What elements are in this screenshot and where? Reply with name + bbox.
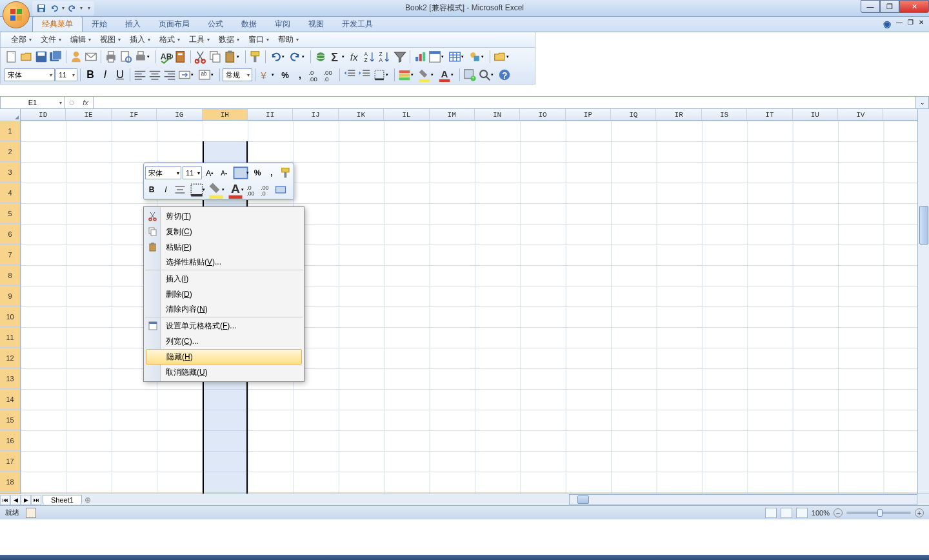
- view-pagebreak-icon[interactable]: [796, 508, 808, 518]
- mini-bold-button[interactable]: B: [145, 183, 158, 196]
- office-button[interactable]: [3, 1, 30, 28]
- mini-grow-font-icon[interactable]: A▴: [203, 166, 216, 179]
- tab-nav-prev[interactable]: ◀: [10, 495, 21, 505]
- open-icon[interactable]: [19, 50, 34, 64]
- row-header[interactable]: 15: [0, 410, 20, 430]
- menu-view[interactable]: 视图: [96, 33, 125, 46]
- mini-borders-icon[interactable]: [188, 183, 206, 196]
- row-header[interactable]: 13: [0, 368, 20, 389]
- mini-shrink-font-icon[interactable]: A▾: [217, 166, 230, 179]
- align-right-icon[interactable]: [163, 68, 177, 82]
- row-header[interactable]: 6: [0, 224, 20, 245]
- mini-decrease-decimal-icon[interactable]: .00.0: [260, 183, 273, 196]
- menu-file[interactable]: 文件: [37, 33, 65, 46]
- row-header[interactable]: 17: [0, 451, 20, 472]
- tab-review[interactable]: 审阅: [266, 17, 299, 32]
- row-header[interactable]: 7: [0, 245, 20, 265]
- mini-merge-icon[interactable]: [274, 183, 287, 196]
- formula-bar-expand[interactable]: ⌄: [915, 97, 928, 108]
- menu-window[interactable]: 窗口: [245, 33, 273, 46]
- column-header[interactable]: IE: [66, 109, 111, 120]
- merge-icon[interactable]: [177, 68, 192, 82]
- column-header[interactable]: IP: [566, 109, 611, 120]
- zoom-in-icon[interactable]: +: [915, 508, 924, 517]
- number-format-combo[interactable]: 常规: [223, 68, 252, 81]
- maximize-button[interactable]: ❐: [880, 0, 899, 13]
- tab-developer[interactable]: 开发工具: [333, 17, 382, 32]
- redo-dropdown[interactable]: ▾: [80, 5, 83, 11]
- zoom-icon[interactable]: [477, 68, 492, 82]
- sheet-tab[interactable]: Sheet1: [43, 495, 82, 505]
- row-header[interactable]: 12: [0, 348, 20, 368]
- increase-decimal-icon[interactable]: .0.00: [308, 68, 322, 82]
- column-header[interactable]: IL: [384, 109, 429, 120]
- research-icon[interactable]: [174, 50, 188, 64]
- bold-button[interactable]: B: [83, 68, 97, 82]
- context-menu-item[interactable]: 复制(C): [145, 224, 303, 239]
- conditional-format-icon[interactable]: [397, 68, 412, 82]
- column-header[interactable]: IO: [520, 109, 565, 120]
- sort-desc-icon[interactable]: ZA: [378, 50, 392, 64]
- row-header[interactable]: 14: [0, 389, 20, 410]
- ribbon-minimize-icon[interactable]: —: [896, 19, 903, 29]
- row-header[interactable]: 1: [0, 121, 20, 141]
- row-header[interactable]: 18: [0, 472, 20, 492]
- fx-cancel-icon[interactable]: ○: [65, 97, 78, 108]
- column-header[interactable]: IK: [339, 109, 384, 120]
- mini-italic-button[interactable]: I: [159, 183, 172, 196]
- qat-customize[interactable]: ▾: [88, 5, 90, 11]
- tab-insert[interactable]: 插入: [116, 17, 150, 32]
- pivot-icon[interactable]: [428, 50, 442, 64]
- cut-icon[interactable]: [194, 50, 208, 64]
- help-icon[interactable]: ◉: [883, 19, 891, 29]
- tab-home[interactable]: 开始: [83, 17, 116, 32]
- menu-all[interactable]: 全部: [7, 33, 35, 46]
- column-header[interactable]: IQ: [611, 109, 656, 120]
- close-button[interactable]: ✕: [899, 0, 929, 13]
- menu-help[interactable]: 帮助: [274, 33, 303, 46]
- column-header[interactable]: IR: [656, 109, 701, 120]
- menu-data[interactable]: 数据: [215, 33, 243, 46]
- filter-icon[interactable]: [393, 50, 407, 64]
- view-layout-icon[interactable]: [781, 508, 792, 518]
- insert-cells-icon[interactable]: +: [463, 68, 477, 82]
- tab-nav-first[interactable]: ⏮: [0, 495, 10, 505]
- chart-icon[interactable]: [413, 50, 427, 64]
- mini-increase-decimal-icon[interactable]: .0.00: [246, 183, 259, 196]
- context-menu-item[interactable]: 剪切(T): [145, 208, 303, 224]
- mini-font-color-icon[interactable]: A: [226, 183, 245, 196]
- zoom-level[interactable]: 100%: [812, 509, 830, 517]
- tab-nav-last[interactable]: ⏭: [31, 495, 41, 505]
- quick-print-icon[interactable]: [134, 50, 148, 64]
- tab-formulas[interactable]: 公式: [199, 17, 232, 32]
- view-normal-icon[interactable]: [765, 508, 777, 518]
- copy-icon[interactable]: [208, 50, 223, 64]
- undo-icon[interactable]: [49, 3, 59, 14]
- tab-classic-menu[interactable]: 经典菜单: [32, 16, 83, 32]
- folder-icon[interactable]: [493, 50, 507, 64]
- column-header[interactable]: IU: [793, 109, 838, 120]
- workbook-restore-icon[interactable]: ❐: [908, 19, 914, 29]
- context-menu-item[interactable]: 粘贴(P): [145, 239, 303, 255]
- new-icon[interactable]: [5, 50, 19, 64]
- font-combo[interactable]: 宋体: [5, 68, 55, 81]
- decrease-decimal-icon[interactable]: .00.0: [323, 68, 337, 82]
- mini-fill-color-icon[interactable]: [207, 183, 225, 196]
- save-icon[interactable]: [34, 50, 48, 64]
- column-header[interactable]: IN: [475, 109, 520, 120]
- row-header[interactable]: 9: [0, 286, 20, 306]
- function-icon[interactable]: fx: [348, 50, 363, 64]
- mini-format-painter-icon[interactable]: [279, 166, 292, 179]
- zoom-slider[interactable]: [846, 512, 911, 514]
- column-header[interactable]: IT: [747, 109, 792, 120]
- print-icon[interactable]: [104, 50, 118, 64]
- tab-data[interactable]: 数据: [232, 17, 266, 32]
- save-icon[interactable]: [36, 3, 46, 14]
- column-header[interactable]: IF: [112, 109, 157, 120]
- mini-accounting-icon[interactable]: [232, 166, 250, 179]
- decrease-indent-icon[interactable]: [343, 68, 357, 82]
- column-header[interactable]: IJ: [293, 109, 338, 120]
- undo-dropdown[interactable]: ▾: [62, 5, 65, 11]
- format-painter-icon[interactable]: [248, 50, 263, 64]
- formula-input[interactable]: [94, 97, 915, 108]
